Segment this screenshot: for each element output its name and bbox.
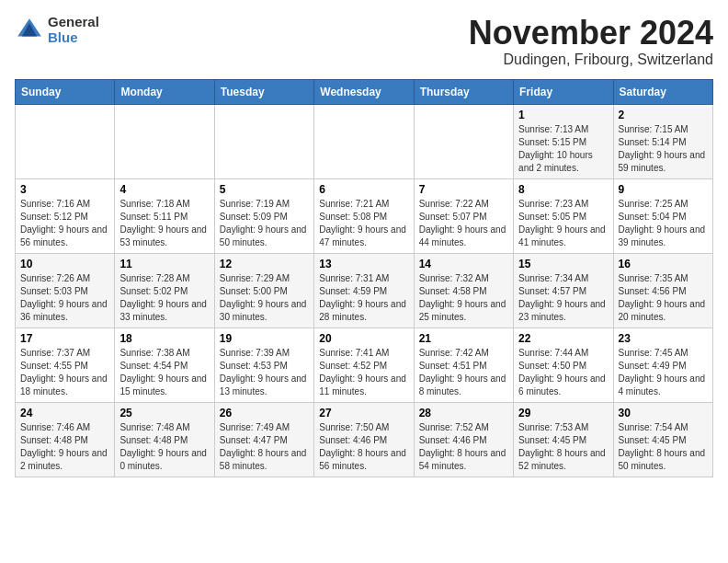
- weekday-header-friday: Friday: [514, 79, 613, 104]
- calendar-cell: 29Sunrise: 7:53 AM Sunset: 4:45 PM Dayli…: [514, 402, 613, 477]
- day-number: 19: [220, 332, 309, 345]
- day-number: 4: [119, 183, 209, 196]
- day-info: Sunrise: 7:29 AM Sunset: 5:00 PM Dayligh…: [220, 272, 309, 324]
- weekday-header-sunday: Sunday: [16, 79, 115, 104]
- calendar-cell: 8Sunrise: 7:23 AM Sunset: 5:05 PM Daylig…: [514, 178, 613, 253]
- day-info: Sunrise: 7:25 AM Sunset: 5:04 PM Dayligh…: [619, 198, 708, 249]
- calendar-cell: 11Sunrise: 7:28 AM Sunset: 5:02 PM Dayli…: [115, 253, 214, 327]
- calendar-week-2: 3Sunrise: 7:16 AM Sunset: 5:12 PM Daylig…: [16, 178, 713, 253]
- calendar-cell: [414, 104, 513, 178]
- day-number: 29: [518, 407, 608, 419]
- day-number: 18: [119, 332, 209, 345]
- calendar-cell: 5Sunrise: 7:19 AM Sunset: 5:09 PM Daylig…: [214, 178, 313, 253]
- calendar-cell: 27Sunrise: 7:50 AM Sunset: 4:46 PM Dayli…: [314, 402, 414, 477]
- day-info: Sunrise: 7:52 AM Sunset: 4:46 PM Dayligh…: [419, 421, 508, 473]
- day-number: 30: [619, 407, 708, 419]
- calendar-cell: 25Sunrise: 7:48 AM Sunset: 4:48 PM Dayli…: [115, 402, 214, 477]
- day-info: Sunrise: 7:28 AM Sunset: 5:02 PM Dayligh…: [119, 272, 209, 324]
- calendar-body: 1Sunrise: 7:13 AM Sunset: 5:15 PM Daylig…: [16, 104, 713, 477]
- calendar-cell: 19Sunrise: 7:39 AM Sunset: 4:53 PM Dayli…: [214, 327, 313, 402]
- day-info: Sunrise: 7:54 AM Sunset: 4:45 PM Dayligh…: [619, 421, 708, 473]
- day-info: Sunrise: 7:41 AM Sunset: 4:52 PM Dayligh…: [319, 347, 408, 398]
- weekday-header-tuesday: Tuesday: [214, 79, 313, 104]
- day-number: 5: [220, 183, 309, 196]
- logo: General Blue: [15, 15, 99, 45]
- weekday-header-wednesday: Wednesday: [314, 79, 414, 104]
- day-info: Sunrise: 7:23 AM Sunset: 5:05 PM Dayligh…: [518, 198, 608, 249]
- calendar-week-1: 1Sunrise: 7:13 AM Sunset: 5:15 PM Daylig…: [16, 104, 713, 178]
- calendar-cell: [214, 104, 313, 178]
- day-number: 6: [319, 183, 408, 196]
- calendar-cell: 30Sunrise: 7:54 AM Sunset: 4:45 PM Dayli…: [613, 402, 712, 477]
- day-number: 15: [518, 258, 608, 270]
- calendar-cell: 21Sunrise: 7:42 AM Sunset: 4:51 PM Dayli…: [414, 327, 513, 402]
- day-info: Sunrise: 7:31 AM Sunset: 4:59 PM Dayligh…: [319, 272, 408, 324]
- day-info: Sunrise: 7:16 AM Sunset: 5:12 PM Dayligh…: [20, 198, 109, 249]
- calendar-cell: 14Sunrise: 7:32 AM Sunset: 4:58 PM Dayli…: [414, 253, 513, 327]
- day-number: 26: [220, 407, 309, 419]
- calendar-cell: 4Sunrise: 7:18 AM Sunset: 5:11 PM Daylig…: [115, 178, 214, 253]
- calendar-cell: 9Sunrise: 7:25 AM Sunset: 5:04 PM Daylig…: [613, 178, 712, 253]
- logo-general-text: General: [48, 15, 99, 30]
- day-number: 21: [419, 332, 508, 345]
- calendar-cell: 1Sunrise: 7:13 AM Sunset: 5:15 PM Daylig…: [514, 104, 613, 178]
- calendar-cell: 12Sunrise: 7:29 AM Sunset: 5:00 PM Dayli…: [214, 253, 313, 327]
- day-number: 12: [220, 258, 309, 270]
- logo-blue-text: Blue: [48, 30, 99, 46]
- calendar-week-5: 24Sunrise: 7:46 AM Sunset: 4:48 PM Dayli…: [16, 402, 713, 477]
- day-info: Sunrise: 7:18 AM Sunset: 5:11 PM Dayligh…: [119, 198, 209, 249]
- day-info: Sunrise: 7:53 AM Sunset: 4:45 PM Dayligh…: [518, 421, 608, 473]
- day-number: 14: [419, 258, 508, 270]
- logo-icon: [15, 16, 44, 45]
- day-info: Sunrise: 7:13 AM Sunset: 5:15 PM Dayligh…: [518, 123, 608, 175]
- day-info: Sunrise: 7:37 AM Sunset: 4:55 PM Dayligh…: [20, 347, 109, 398]
- day-info: Sunrise: 7:34 AM Sunset: 4:57 PM Dayligh…: [518, 272, 608, 324]
- day-info: Sunrise: 7:21 AM Sunset: 5:08 PM Dayligh…: [319, 198, 408, 249]
- calendar-cell: 23Sunrise: 7:45 AM Sunset: 4:49 PM Dayli…: [613, 327, 712, 402]
- calendar-cell: 3Sunrise: 7:16 AM Sunset: 5:12 PM Daylig…: [16, 178, 115, 253]
- day-info: Sunrise: 7:42 AM Sunset: 4:51 PM Dayligh…: [419, 347, 508, 398]
- day-number: 16: [619, 258, 708, 270]
- day-number: 17: [20, 332, 109, 345]
- calendar-cell: 13Sunrise: 7:31 AM Sunset: 4:59 PM Dayli…: [314, 253, 414, 327]
- day-info: Sunrise: 7:45 AM Sunset: 4:49 PM Dayligh…: [619, 347, 708, 398]
- day-info: Sunrise: 7:22 AM Sunset: 5:07 PM Dayligh…: [419, 198, 508, 249]
- day-number: 10: [20, 258, 109, 270]
- calendar-cell: 2Sunrise: 7:15 AM Sunset: 5:14 PM Daylig…: [613, 104, 712, 178]
- calendar-cell: [16, 104, 115, 178]
- day-number: 27: [319, 407, 408, 419]
- calendar-cell: 26Sunrise: 7:49 AM Sunset: 4:47 PM Dayli…: [214, 402, 313, 477]
- day-number: 7: [419, 183, 508, 196]
- calendar-cell: 24Sunrise: 7:46 AM Sunset: 4:48 PM Dayli…: [16, 402, 115, 477]
- day-info: Sunrise: 7:32 AM Sunset: 4:58 PM Dayligh…: [419, 272, 508, 324]
- day-number: 3: [20, 183, 109, 196]
- day-info: Sunrise: 7:46 AM Sunset: 4:48 PM Dayligh…: [20, 421, 109, 473]
- day-info: Sunrise: 7:15 AM Sunset: 5:14 PM Dayligh…: [619, 123, 708, 175]
- day-number: 24: [20, 407, 109, 419]
- day-number: 1: [518, 109, 608, 121]
- day-number: 2: [619, 109, 708, 121]
- day-number: 28: [419, 407, 508, 419]
- day-info: Sunrise: 7:35 AM Sunset: 4:56 PM Dayligh…: [619, 272, 708, 324]
- day-number: 25: [119, 407, 209, 419]
- day-number: 11: [119, 258, 209, 270]
- day-number: 20: [319, 332, 408, 345]
- day-info: Sunrise: 7:39 AM Sunset: 4:53 PM Dayligh…: [220, 347, 309, 398]
- day-info: Sunrise: 7:19 AM Sunset: 5:09 PM Dayligh…: [220, 198, 309, 249]
- calendar-cell: 10Sunrise: 7:26 AM Sunset: 5:03 PM Dayli…: [16, 253, 115, 327]
- day-number: 8: [518, 183, 608, 196]
- month-title: November 2024: [469, 15, 713, 52]
- calendar-week-4: 17Sunrise: 7:37 AM Sunset: 4:55 PM Dayli…: [16, 327, 713, 402]
- day-number: 23: [619, 332, 708, 345]
- calendar-cell: 6Sunrise: 7:21 AM Sunset: 5:08 PM Daylig…: [314, 178, 414, 253]
- calendar-cell: 22Sunrise: 7:44 AM Sunset: 4:50 PM Dayli…: [514, 327, 613, 402]
- location-title: Dudingen, Fribourg, Switzerland: [469, 52, 713, 68]
- day-info: Sunrise: 7:44 AM Sunset: 4:50 PM Dayligh…: [518, 347, 608, 398]
- calendar-cell: 20Sunrise: 7:41 AM Sunset: 4:52 PM Dayli…: [314, 327, 414, 402]
- day-number: 13: [319, 258, 408, 270]
- day-info: Sunrise: 7:50 AM Sunset: 4:46 PM Dayligh…: [319, 421, 408, 473]
- day-number: 22: [518, 332, 608, 345]
- calendar-cell: 17Sunrise: 7:37 AM Sunset: 4:55 PM Dayli…: [16, 327, 115, 402]
- calendar-cell: 28Sunrise: 7:52 AM Sunset: 4:46 PM Dayli…: [414, 402, 513, 477]
- calendar-cell: 16Sunrise: 7:35 AM Sunset: 4:56 PM Dayli…: [613, 253, 712, 327]
